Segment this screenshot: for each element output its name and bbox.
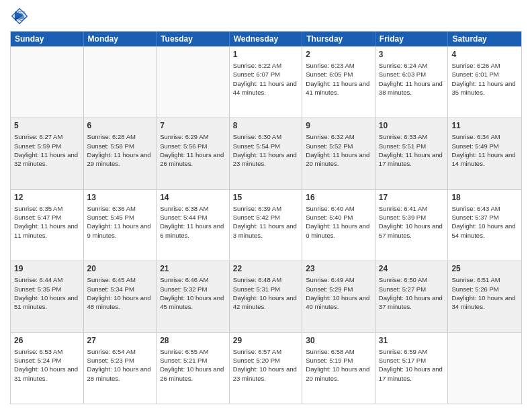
day-info: Sunrise: 6:48 AMSunset: 5:31 PMDaylight:…: [233, 275, 299, 311]
cal-cell-4-1: 19Sunrise: 6:44 AMSunset: 5:35 PMDayligh…: [11, 261, 84, 332]
cal-cell-4-2: 20Sunrise: 6:45 AMSunset: 5:34 PMDayligh…: [84, 261, 157, 332]
day-number: 16: [306, 193, 371, 202]
week-row-3: 12Sunrise: 6:35 AMSunset: 5:47 PMDayligh…: [11, 189, 521, 261]
day-info: Sunrise: 6:40 AMSunset: 5:40 PMDaylight:…: [306, 204, 371, 240]
day-number: 29: [233, 336, 299, 345]
cal-cell-3-4: 15Sunrise: 6:39 AMSunset: 5:42 PMDayligh…: [230, 190, 303, 261]
day-number: 31: [379, 336, 445, 345]
day-number: 1: [233, 50, 299, 59]
day-info: Sunrise: 6:33 AMSunset: 5:51 PMDaylight:…: [379, 132, 445, 168]
cal-cell-1-5: 2Sunrise: 6:23 AMSunset: 6:05 PMDaylight…: [302, 47, 375, 118]
cal-cell-5-1: 26Sunrise: 6:53 AMSunset: 5:24 PMDayligh…: [11, 333, 84, 404]
logo: [10, 7, 32, 26]
day-number: 14: [160, 193, 226, 202]
cal-cell-3-5: 16Sunrise: 6:40 AMSunset: 5:40 PMDayligh…: [302, 190, 375, 261]
day-number: 7: [160, 121, 226, 130]
cal-cell-2-3: 7Sunrise: 6:29 AMSunset: 5:56 PMDaylight…: [157, 118, 230, 189]
day-number: 11: [451, 121, 518, 130]
day-number: 5: [14, 121, 80, 130]
day-number: 21: [160, 264, 226, 273]
day-info: Sunrise: 6:58 AMSunset: 5:19 PMDaylight:…: [306, 347, 371, 383]
cal-cell-3-6: 17Sunrise: 6:41 AMSunset: 5:39 PMDayligh…: [375, 190, 449, 261]
cal-cell-1-7: 4Sunrise: 6:26 AMSunset: 6:01 PMDaylight…: [448, 47, 521, 118]
week-row-2: 5Sunrise: 6:27 AMSunset: 5:59 PMDaylight…: [11, 118, 521, 189]
day-info: Sunrise: 6:41 AMSunset: 5:39 PMDaylight:…: [379, 204, 445, 240]
day-number: 8: [233, 121, 299, 130]
cal-cell-3-1: 12Sunrise: 6:35 AMSunset: 5:47 PMDayligh…: [11, 190, 84, 261]
day-info: Sunrise: 6:46 AMSunset: 5:32 PMDaylight:…: [160, 275, 226, 311]
week-row-1: 1Sunrise: 6:22 AMSunset: 6:07 PMDaylight…: [11, 46, 521, 118]
cal-cell-4-7: 25Sunrise: 6:51 AMSunset: 5:26 PMDayligh…: [448, 261, 521, 332]
cal-cell-5-2: 27Sunrise: 6:54 AMSunset: 5:23 PMDayligh…: [84, 333, 157, 404]
day-number: 27: [87, 336, 153, 345]
cal-cell-3-7: 18Sunrise: 6:43 AMSunset: 5:37 PMDayligh…: [448, 190, 521, 261]
day-info: Sunrise: 6:51 AMSunset: 5:26 PMDaylight:…: [451, 275, 518, 311]
header-day-tuesday: Tuesday: [157, 32, 230, 46]
header-day-wednesday: Wednesday: [230, 32, 303, 46]
cal-cell-2-4: 8Sunrise: 6:30 AMSunset: 5:54 PMDaylight…: [230, 118, 303, 189]
header-day-friday: Friday: [375, 32, 449, 46]
day-info: Sunrise: 6:44 AMSunset: 5:35 PMDaylight:…: [14, 275, 80, 311]
day-number: 17: [379, 193, 445, 202]
day-number: 9: [306, 121, 371, 130]
day-info: Sunrise: 6:26 AMSunset: 6:01 PMDaylight:…: [451, 61, 518, 97]
day-info: Sunrise: 6:59 AMSunset: 5:17 PMDaylight:…: [379, 347, 445, 383]
day-number: 2: [306, 50, 371, 59]
day-number: 15: [233, 193, 299, 202]
cal-cell-5-6: 31Sunrise: 6:59 AMSunset: 5:17 PMDayligh…: [375, 333, 449, 404]
day-number: 13: [87, 193, 153, 202]
day-number: 6: [87, 121, 153, 130]
cal-cell-1-4: 1Sunrise: 6:22 AMSunset: 6:07 PMDaylight…: [230, 47, 303, 118]
day-number: 30: [306, 336, 371, 345]
day-info: Sunrise: 6:24 AMSunset: 6:03 PMDaylight:…: [379, 61, 445, 97]
header-day-monday: Monday: [84, 32, 157, 46]
day-info: Sunrise: 6:27 AMSunset: 5:59 PMDaylight:…: [14, 132, 80, 168]
header-day-saturday: Saturday: [448, 32, 521, 46]
header-day-thursday: Thursday: [302, 32, 375, 46]
day-info: Sunrise: 6:45 AMSunset: 5:34 PMDaylight:…: [87, 275, 153, 311]
day-info: Sunrise: 6:28 AMSunset: 5:58 PMDaylight:…: [87, 132, 153, 168]
day-number: 20: [87, 264, 153, 273]
day-number: 28: [160, 336, 226, 345]
day-info: Sunrise: 6:35 AMSunset: 5:47 PMDaylight:…: [14, 204, 80, 240]
cal-cell-4-5: 23Sunrise: 6:49 AMSunset: 5:29 PMDayligh…: [302, 261, 375, 332]
day-number: 4: [451, 50, 518, 59]
day-info: Sunrise: 6:49 AMSunset: 5:29 PMDaylight:…: [306, 275, 371, 311]
cal-cell-2-2: 6Sunrise: 6:28 AMSunset: 5:58 PMDaylight…: [84, 118, 157, 189]
cal-cell-2-1: 5Sunrise: 6:27 AMSunset: 5:59 PMDaylight…: [11, 118, 84, 189]
header-day-sunday: Sunday: [11, 32, 84, 46]
cal-cell-5-7: [448, 333, 521, 404]
cal-cell-4-3: 21Sunrise: 6:46 AMSunset: 5:32 PMDayligh…: [157, 261, 230, 332]
cal-cell-3-2: 13Sunrise: 6:36 AMSunset: 5:45 PMDayligh…: [84, 190, 157, 261]
day-info: Sunrise: 6:53 AMSunset: 5:24 PMDaylight:…: [14, 347, 80, 383]
header: [10, 7, 522, 26]
week-row-5: 26Sunrise: 6:53 AMSunset: 5:24 PMDayligh…: [11, 332, 521, 404]
calendar: SundayMondayTuesdayWednesdayThursdayFrid…: [10, 31, 522, 404]
week-row-4: 19Sunrise: 6:44 AMSunset: 5:35 PMDayligh…: [11, 261, 521, 332]
cal-cell-1-3: [157, 47, 230, 118]
day-number: 25: [451, 264, 518, 273]
cal-cell-2-5: 9Sunrise: 6:32 AMSunset: 5:52 PMDaylight…: [302, 118, 375, 189]
cal-cell-4-4: 22Sunrise: 6:48 AMSunset: 5:31 PMDayligh…: [230, 261, 303, 332]
cal-cell-4-6: 24Sunrise: 6:50 AMSunset: 5:27 PMDayligh…: [375, 261, 449, 332]
day-info: Sunrise: 6:22 AMSunset: 6:07 PMDaylight:…: [233, 61, 299, 97]
day-info: Sunrise: 6:55 AMSunset: 5:21 PMDaylight:…: [160, 347, 226, 383]
logo-icon: [10, 7, 29, 26]
day-info: Sunrise: 6:38 AMSunset: 5:44 PMDaylight:…: [160, 204, 226, 240]
day-info: Sunrise: 6:50 AMSunset: 5:27 PMDaylight:…: [379, 275, 445, 311]
day-info: Sunrise: 6:30 AMSunset: 5:54 PMDaylight:…: [233, 132, 299, 168]
cal-cell-5-3: 28Sunrise: 6:55 AMSunset: 5:21 PMDayligh…: [157, 333, 230, 404]
cal-cell-1-2: [84, 47, 157, 118]
day-info: Sunrise: 6:36 AMSunset: 5:45 PMDaylight:…: [87, 204, 153, 240]
day-number: 19: [14, 264, 80, 273]
day-info: Sunrise: 6:43 AMSunset: 5:37 PMDaylight:…: [451, 204, 518, 240]
calendar-body: 1Sunrise: 6:22 AMSunset: 6:07 PMDaylight…: [11, 46, 521, 404]
day-number: 18: [451, 193, 518, 202]
cal-cell-1-6: 3Sunrise: 6:24 AMSunset: 6:03 PMDaylight…: [375, 47, 449, 118]
cal-cell-2-6: 10Sunrise: 6:33 AMSunset: 5:51 PMDayligh…: [375, 118, 449, 189]
day-number: 24: [379, 264, 445, 273]
page: SundayMondayTuesdayWednesdayThursdayFrid…: [0, 0, 532, 411]
cal-cell-2-7: 11Sunrise: 6:34 AMSunset: 5:49 PMDayligh…: [448, 118, 521, 189]
day-info: Sunrise: 6:29 AMSunset: 5:56 PMDaylight:…: [160, 132, 226, 168]
day-info: Sunrise: 6:34 AMSunset: 5:49 PMDaylight:…: [451, 132, 518, 168]
